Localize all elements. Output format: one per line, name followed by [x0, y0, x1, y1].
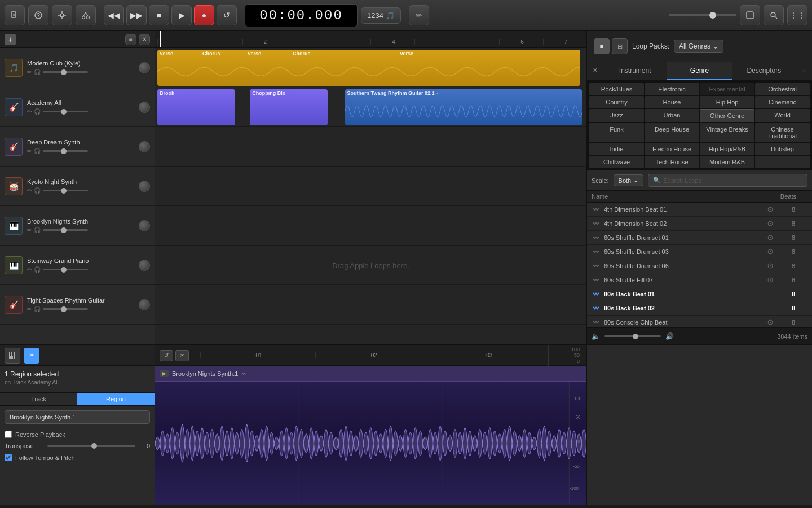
loop-play-btn-8[interactable]: [766, 304, 775, 313]
track-item-7[interactable]: 🎸 Tight Spaces Rhythm Guitar ✏ 🎧: [0, 285, 155, 325]
track-pan-knob-6[interactable]: [139, 260, 150, 271]
track-item-4[interactable]: 🥁 Kyoto Night Synth ✏ 🎧: [0, 167, 155, 206]
master-vol-slider[interactable]: [669, 14, 736, 16]
region-academy-brook[interactable]: Brook: [157, 89, 235, 125]
track-item-6[interactable]: 🎹 Steinway Grand Piano ✏ 🎧: [0, 246, 155, 285]
track-item-2[interactable]: 🎸 Academy All ✏ 🎧: [0, 87, 155, 127]
tracks-collapse-btn[interactable]: ≡: [125, 34, 136, 45]
genre-item-world[interactable]: World: [755, 109, 810, 122]
track-item-1[interactable]: 🎵 Modern Club (Kyle) ✏ 🎧: [0, 48, 155, 87]
track-vol-slider-1[interactable]: [43, 71, 88, 73]
track-headphone-icon-4[interactable]: 🎧: [34, 187, 41, 194]
loop-heart-2[interactable]: ♡: [798, 219, 807, 228]
play-btn[interactable]: ▶: [171, 5, 192, 25]
track-headphone-icon-7[interactable]: 🎧: [34, 306, 41, 312]
loop-play-btn-4[interactable]: [766, 247, 775, 256]
loop-item-6[interactable]: 60s Shuffle Fill 07 8 ♡: [587, 273, 812, 287]
genre-item-indie[interactable]: Indie: [589, 143, 644, 155]
genre-item-cinematic[interactable]: Cinematic: [755, 96, 810, 108]
track-item-5[interactable]: 🎹 Brooklyn Nights Synth ✏ 🎧: [0, 206, 155, 246]
track-vol-slider-3[interactable]: [43, 150, 88, 152]
tempo-display[interactable]: 1234 🎵: [361, 7, 401, 24]
piano-roll-btn[interactable]: [5, 348, 20, 364]
genre-item-orchestral[interactable]: Orchestral: [755, 83, 810, 95]
genre-item-rock/blues[interactable]: Rock/Blues: [589, 83, 644, 95]
region-academy-chop[interactable]: Chopping Blo: [250, 89, 328, 125]
scale-dropdown[interactable]: Both ⌄: [614, 174, 644, 186]
tab-descriptors[interactable]: Descriptors: [732, 62, 796, 80]
share-btn[interactable]: [740, 5, 760, 25]
genre-item-urban[interactable]: Urban: [645, 109, 699, 122]
track-edit-icon-1[interactable]: ✏: [27, 69, 32, 75]
tracks-settings-btn[interactable]: ✕: [139, 34, 150, 45]
record-btn[interactable]: ●: [194, 5, 214, 25]
favorites-btn[interactable]: ♡: [796, 62, 812, 78]
loop-heart-7[interactable]: ♡: [798, 290, 807, 299]
track-pan-knob-5[interactable]: [139, 220, 150, 231]
genre-item-deep-house[interactable]: Deep House: [645, 123, 699, 142]
track-pan-knob-2[interactable]: [139, 102, 150, 113]
add-track-btn[interactable]: +: [5, 34, 16, 45]
more-btn[interactable]: ⋮⋮: [787, 5, 807, 25]
track-pan-knob-1[interactable]: [139, 62, 150, 73]
track-edit-icon-4[interactable]: ✏: [27, 187, 32, 194]
track-pan-knob-7[interactable]: [139, 299, 150, 310]
genre-item-chinese-traditional[interactable]: Chinese Traditional: [755, 123, 810, 142]
loop-play-btn-5[interactable]: [766, 261, 775, 270]
loop-play-btn-9[interactable]: [766, 318, 775, 327]
track-headphone-icon-5[interactable]: 🎧: [34, 227, 41, 233]
loop-item-7[interactable]: 80s Back Beat 01 8 ♡: [587, 287, 812, 301]
track-vol-slider-2[interactable]: [43, 111, 88, 112]
follow-tempo-checkbox[interactable]: [5, 454, 12, 461]
genre-item-hip-hop[interactable]: Hip Hop: [700, 96, 754, 108]
track-vol-slider-5[interactable]: [43, 229, 88, 231]
loop-item-3[interactable]: 60s Shuffle Drumset 01 8 ♡: [587, 231, 812, 245]
region-academy-guitar[interactable]: Southern Twang Rhythm Guitar 02.1 ∞: [345, 89, 582, 125]
genre-item-electro-house[interactable]: Electro House: [645, 143, 699, 155]
loop-heart-8[interactable]: ♡: [798, 304, 807, 313]
tab-genre[interactable]: Genre: [667, 62, 731, 80]
trim-btn[interactable]: ✂: [175, 350, 189, 361]
loop-play-btn-3[interactable]: [766, 233, 775, 242]
loop-item-2[interactable]: 4th Dimension Beat 02 8 ♡: [587, 217, 812, 231]
genre-item-other-genre[interactable]: Other Genre: [700, 109, 754, 122]
loop-heart-5[interactable]: ♡: [798, 261, 807, 270]
cut-btn[interactable]: [76, 5, 96, 25]
scissors-btn[interactable]: ✂: [24, 348, 39, 364]
search-loops-box[interactable]: 🔍 Search Loops: [648, 174, 807, 187]
genre-item-chillwave[interactable]: Chillwave: [589, 156, 644, 168]
region-tab[interactable]: Region: [77, 393, 155, 405]
track-headphone-icon-1[interactable]: 🎧: [34, 69, 41, 75]
genre-dropdown[interactable]: All Genres ⌄: [674, 40, 723, 53]
stop-btn[interactable]: ■: [149, 5, 169, 25]
prefs-btn[interactable]: [52, 5, 72, 25]
loop-item-8[interactable]: 80s Back Beat 02 8 ♡: [587, 301, 812, 316]
loop-play-btn-7[interactable]: [766, 290, 775, 299]
track-headphone-icon-2[interactable]: 🎧: [34, 108, 41, 115]
loop-heart-9[interactable]: ♡: [798, 318, 807, 327]
genre-item-hip-hop/r&b[interactable]: Hip Hop/R&B: [700, 143, 754, 155]
genre-item-vintage-breaks[interactable]: Vintage Breaks: [700, 123, 754, 142]
track-vol-slider-7[interactable]: [43, 308, 88, 310]
track-edit-icon-5[interactable]: ✏: [27, 227, 32, 233]
loop-item-9[interactable]: 80s Console Chip Beat 8 ♡: [587, 316, 812, 327]
region-name-input[interactable]: [5, 410, 150, 424]
genre-item-house[interactable]: House: [645, 96, 699, 108]
loop-item-5[interactable]: 60s Shuffle Drumset 06 8 ♡: [587, 259, 812, 273]
genre-item-23[interactable]: [755, 156, 810, 168]
region-modern-club[interactable]: Verse Chorus Verse Chorus Verse: [157, 50, 580, 86]
cycle-btn[interactable]: ↺: [217, 5, 237, 25]
genre-item-modern-r&b[interactable]: Modern R&B: [700, 156, 754, 168]
loop-play-btn-1[interactable]: [766, 205, 775, 214]
track-edit-icon-7[interactable]: ✏: [27, 306, 32, 312]
genre-item-funk[interactable]: Funk: [589, 123, 644, 142]
loop-heart-4[interactable]: ♡: [798, 247, 807, 256]
genre-item-dubstep[interactable]: Dubstep: [755, 143, 810, 155]
tab-instrument[interactable]: Instrument: [603, 62, 667, 80]
track-vol-slider-6[interactable]: [43, 269, 88, 270]
loop-play-btn-2[interactable]: [766, 219, 775, 228]
loop-item-4[interactable]: 60s Shuffle Drumset 03 8 ♡: [587, 245, 812, 259]
track-tab[interactable]: Track: [0, 393, 77, 405]
view-btn-grid[interactable]: ⊞: [612, 38, 628, 54]
help-btn[interactable]: ?: [28, 5, 48, 25]
